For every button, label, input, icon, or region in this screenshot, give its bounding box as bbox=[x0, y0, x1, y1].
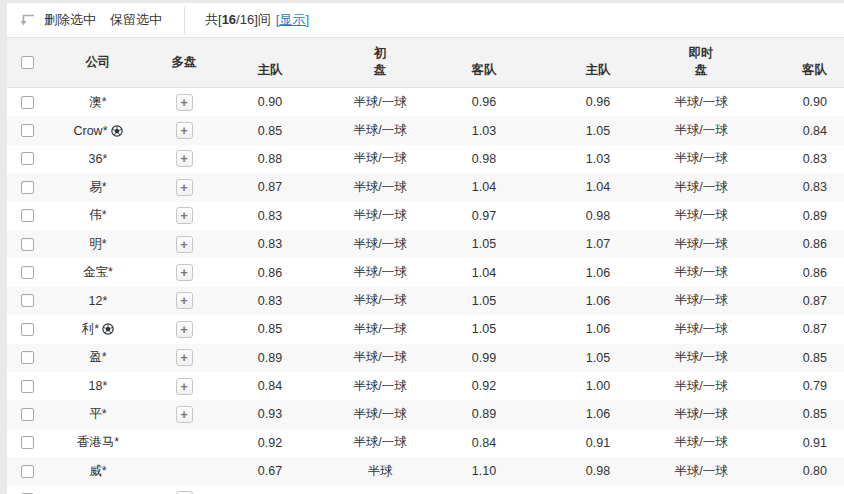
company-name: 香港马* bbox=[77, 434, 119, 451]
row-checkbox[interactable] bbox=[21, 380, 34, 393]
initial-handicap: 半球/一球 bbox=[321, 122, 439, 139]
expand-multi-odds-button[interactable]: + bbox=[176, 321, 193, 338]
expand-multi-odds-button[interactable]: + bbox=[176, 150, 193, 167]
expand-multi-odds-button[interactable]: + bbox=[176, 406, 193, 423]
toolbar-divider bbox=[184, 7, 185, 34]
initial-home-odds: 0.88 bbox=[219, 152, 321, 166]
table-body: 澳* + 0.90 半球/一球 0.96 0.96 半球/一球 0.90 Cro… bbox=[7, 88, 844, 494]
live-away-odds: 0.83 bbox=[735, 180, 844, 194]
initial-home-odds: 0.93 bbox=[219, 407, 321, 421]
live-away-odds: 0.86 bbox=[735, 266, 844, 280]
initial-home-odds: 0.85 bbox=[219, 124, 321, 138]
live-handicap: 半球/一球 bbox=[667, 264, 735, 281]
initial-handicap: 半球/一球 bbox=[321, 406, 439, 423]
live-handicap: 半球/一球 bbox=[667, 378, 735, 395]
live-home-odds: 0.98 bbox=[529, 464, 667, 478]
row-checkbox[interactable] bbox=[21, 124, 34, 137]
live-handicap: 半球/一球 bbox=[667, 463, 735, 480]
table-row: 利* + 0.85 半球/一球 1.05 1.06 半球/一球 0.87 bbox=[7, 315, 844, 343]
live-home-odds: 1.06 bbox=[529, 294, 667, 308]
table-row: 12* + 0.83 半球/一球 1.05 1.06 半球/一球 0.87 bbox=[7, 287, 844, 315]
live-group-label: 即时 bbox=[689, 45, 714, 62]
row-checkbox[interactable] bbox=[21, 465, 34, 478]
table-row: 威* + 0.67 半球 1.10 0.98 半球/一球 0.80 bbox=[7, 457, 844, 485]
initial-away-odds: 0.84 bbox=[439, 436, 529, 450]
bookmaker-count: 共[16/16]间 bbox=[205, 11, 271, 29]
row-checkbox[interactable] bbox=[21, 294, 34, 307]
row-checkbox[interactable] bbox=[21, 436, 34, 449]
expand-multi-odds-button[interactable]: + bbox=[176, 236, 193, 253]
table-row: 36* + 0.88 半球/一球 0.98 1.03 半球/一球 0.83 bbox=[7, 145, 844, 173]
live-away-odds: 0.86 bbox=[735, 237, 844, 251]
initial-home-odds: 0.89 bbox=[219, 351, 321, 365]
live-home-odds: 1.03 bbox=[529, 152, 667, 166]
keep-selected-button[interactable]: 保留选中 bbox=[110, 11, 162, 29]
expand-multi-odds-button[interactable]: + bbox=[176, 378, 193, 395]
expand-multi-odds-button[interactable]: + bbox=[176, 179, 193, 196]
row-checkbox[interactable] bbox=[21, 181, 34, 194]
expand-multi-odds-button[interactable]: + bbox=[176, 264, 193, 281]
company-name: 盈* bbox=[89, 349, 106, 366]
toolbar: 删除选中 保留选中 共[16/16]间 [显示] bbox=[7, 3, 844, 38]
initial-away-odds: 0.89 bbox=[439, 407, 529, 421]
company-name: 平* bbox=[89, 406, 106, 423]
company-name: 易* bbox=[89, 179, 106, 196]
row-checkbox[interactable] bbox=[21, 96, 34, 109]
row-checkbox[interactable] bbox=[21, 209, 34, 222]
initial-handicap: 半球/一球 bbox=[321, 207, 439, 224]
count-rest: /16]间 bbox=[236, 12, 271, 27]
row-checkbox[interactable] bbox=[21, 238, 34, 251]
live-away-odds: 0.91 bbox=[735, 436, 844, 450]
initial-handicap: 半球/一球 bbox=[321, 150, 439, 167]
row-checkbox[interactable] bbox=[21, 266, 34, 279]
col-header-initial-handicap: 初 盘 bbox=[321, 38, 439, 87]
row-checkbox[interactable] bbox=[21, 408, 34, 421]
col-header-live-handicap: 即时 盘 bbox=[667, 38, 735, 87]
select-all-checkbox[interactable] bbox=[21, 56, 34, 69]
live-handicap: 半球/一球 bbox=[667, 179, 735, 196]
company-name: 利* bbox=[82, 321, 99, 338]
initial-away-odds: 0.92 bbox=[439, 379, 529, 393]
live-away-odds: 0.83 bbox=[735, 152, 844, 166]
expand-multi-odds-button[interactable]: + bbox=[176, 207, 193, 224]
live-away-odds: 0.89 bbox=[735, 209, 844, 223]
company-name: 18* bbox=[89, 379, 108, 393]
live-away-odds: 0.84 bbox=[735, 124, 844, 138]
live-home-odds: 1.00 bbox=[529, 379, 667, 393]
live-away-odds: 0.80 bbox=[735, 464, 844, 478]
table-row: 平* + 0.93 半球/一球 0.89 1.06 半球/一球 0.85 bbox=[7, 400, 844, 428]
initial-away-odds: 0.96 bbox=[439, 95, 529, 109]
live-handicap: 半球/一球 bbox=[667, 321, 735, 338]
row-checkbox[interactable] bbox=[21, 152, 34, 165]
initial-handicap-label: 盘 bbox=[374, 62, 387, 79]
initial-home-odds: 0.67 bbox=[219, 464, 321, 478]
row-checkbox[interactable] bbox=[21, 323, 34, 336]
initial-home-odds: 0.87 bbox=[219, 180, 321, 194]
initial-home-odds: 0.86 bbox=[219, 266, 321, 280]
initial-handicap: 半球/一球 bbox=[321, 94, 439, 111]
live-away-odds: 0.79 bbox=[735, 379, 844, 393]
initial-handicap: 半球/一球 bbox=[321, 321, 439, 338]
odds-panel: 删除选中 保留选中 共[16/16]间 [显示] 公司 多盘 主队 初 盘 客队… bbox=[7, 3, 844, 494]
live-away-odds: 0.90 bbox=[735, 95, 844, 109]
table-row: + bbox=[7, 485, 844, 494]
live-handicap-label: 盘 bbox=[695, 62, 708, 79]
table-row: 澳* + 0.90 半球/一球 0.96 0.96 半球/一球 0.90 bbox=[7, 88, 844, 116]
expand-multi-odds-button[interactable]: + bbox=[176, 292, 193, 309]
expand-multi-odds-button[interactable]: + bbox=[176, 122, 193, 139]
live-home-odds: 1.07 bbox=[529, 237, 667, 251]
initial-handicap: 半球/一球 bbox=[321, 292, 439, 309]
expand-multi-odds-button[interactable]: + bbox=[176, 94, 193, 111]
live-handicap: 半球/一球 bbox=[667, 349, 735, 366]
table-header: 公司 多盘 主队 初 盘 客队 主队 即时 盘 客队 bbox=[7, 38, 844, 88]
count-shown: 16 bbox=[222, 12, 236, 27]
initial-home-odds: 0.83 bbox=[219, 294, 321, 308]
show-link[interactable]: [显示] bbox=[276, 11, 309, 29]
live-home-odds: 1.05 bbox=[529, 351, 667, 365]
live-home-odds: 1.06 bbox=[529, 407, 667, 421]
delete-selected-button[interactable]: 删除选中 bbox=[44, 11, 96, 29]
live-handicap: 半球/一球 bbox=[667, 434, 735, 451]
row-checkbox[interactable] bbox=[21, 351, 34, 364]
expand-multi-odds-button[interactable]: + bbox=[176, 349, 193, 366]
live-away-odds: 0.87 bbox=[735, 294, 844, 308]
